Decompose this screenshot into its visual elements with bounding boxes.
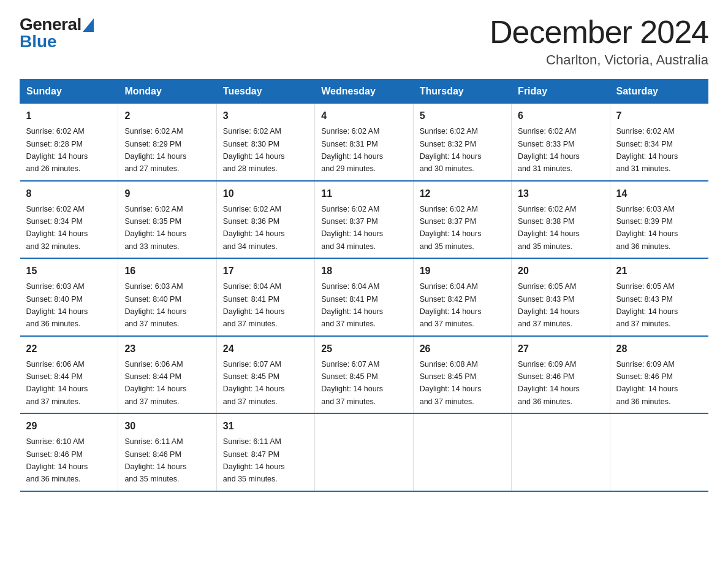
day-number: 10	[223, 186, 308, 201]
day-number: 17	[223, 264, 308, 278]
calendar-cell: 4 Sunrise: 6:02 AMSunset: 8:31 PMDayligh…	[315, 104, 413, 181]
calendar-cell: 25 Sunrise: 6:07 AMSunset: 8:45 PMDaylig…	[315, 336, 413, 414]
day-info: Sunrise: 6:02 AMSunset: 8:28 PMDaylight:…	[26, 127, 88, 173]
day-info: Sunrise: 6:05 AMSunset: 8:43 PMDaylight:…	[616, 282, 678, 328]
calendar-cell: 20 Sunrise: 6:05 AMSunset: 8:43 PMDaylig…	[512, 258, 610, 336]
day-info: Sunrise: 6:04 AMSunset: 8:41 PMDaylight:…	[223, 282, 285, 328]
day-number: 11	[321, 186, 406, 201]
day-number: 3	[223, 109, 308, 123]
week-row-2: 8 Sunrise: 6:02 AMSunset: 8:34 PMDayligh…	[20, 181, 708, 259]
day-info: Sunrise: 6:02 AMSunset: 8:29 PMDaylight:…	[124, 127, 186, 173]
day-info: Sunrise: 6:08 AMSunset: 8:45 PMDaylight:…	[420, 360, 482, 406]
calendar-cell: 7 Sunrise: 6:02 AMSunset: 8:34 PMDayligh…	[610, 104, 708, 181]
calendar-cell: 12 Sunrise: 6:02 AMSunset: 8:37 PMDaylig…	[413, 181, 511, 259]
day-info: Sunrise: 6:02 AMSunset: 8:31 PMDaylight:…	[321, 127, 383, 173]
day-number: 27	[518, 342, 603, 356]
calendar-cell: 11 Sunrise: 6:02 AMSunset: 8:37 PMDaylig…	[315, 181, 413, 259]
week-row-5: 29 Sunrise: 6:10 AMSunset: 8:46 PMDaylig…	[20, 413, 708, 491]
calendar-header-row: SundayMondayTuesdayWednesdayThursdayFrid…	[20, 80, 708, 104]
day-number: 4	[321, 109, 406, 123]
day-number: 12	[420, 186, 505, 201]
logo-blue-text: Blue	[20, 32, 57, 52]
day-number: 7	[616, 109, 702, 123]
header-thursday: Thursday	[413, 80, 511, 104]
calendar-cell	[610, 413, 708, 491]
day-number: 19	[420, 264, 505, 278]
calendar-cell: 5 Sunrise: 6:02 AMSunset: 8:32 PMDayligh…	[413, 104, 511, 181]
calendar-cell: 30 Sunrise: 6:11 AMSunset: 8:46 PMDaylig…	[118, 413, 216, 491]
calendar-cell: 13 Sunrise: 6:02 AMSunset: 8:38 PMDaylig…	[512, 181, 610, 259]
day-info: Sunrise: 6:02 AMSunset: 8:38 PMDaylight:…	[518, 205, 580, 251]
calendar-cell: 6 Sunrise: 6:02 AMSunset: 8:33 PMDayligh…	[512, 104, 610, 181]
day-number: 31	[223, 419, 308, 434]
header-sunday: Sunday	[20, 80, 118, 104]
calendar-cell: 26 Sunrise: 6:08 AMSunset: 8:45 PMDaylig…	[413, 336, 511, 414]
header-monday: Monday	[118, 80, 216, 104]
day-info: Sunrise: 6:02 AMSunset: 8:34 PMDaylight:…	[616, 127, 678, 173]
page-header: General Blue December 2024 Charlton, Vic…	[20, 15, 708, 68]
calendar-cell	[512, 413, 610, 491]
calendar-cell: 1 Sunrise: 6:02 AMSunset: 8:28 PMDayligh…	[20, 104, 118, 181]
logo-arrow-icon	[83, 18, 94, 32]
day-number: 23	[124, 342, 210, 356]
day-info: Sunrise: 6:03 AMSunset: 8:39 PMDaylight:…	[616, 205, 678, 251]
calendar-title: December 2024	[490, 15, 708, 50]
day-number: 24	[223, 342, 308, 356]
calendar-cell: 15 Sunrise: 6:03 AMSunset: 8:40 PMDaylig…	[20, 258, 118, 336]
calendar-cell: 23 Sunrise: 6:06 AMSunset: 8:44 PMDaylig…	[118, 336, 216, 414]
day-number: 22	[26, 342, 112, 356]
day-info: Sunrise: 6:10 AMSunset: 8:46 PMDaylight:…	[26, 437, 88, 483]
day-info: Sunrise: 6:02 AMSunset: 8:30 PMDaylight:…	[223, 127, 285, 173]
day-number: 5	[420, 109, 505, 123]
day-info: Sunrise: 6:06 AMSunset: 8:44 PMDaylight:…	[26, 360, 88, 406]
day-info: Sunrise: 6:05 AMSunset: 8:43 PMDaylight:…	[518, 282, 580, 328]
header-wednesday: Wednesday	[315, 80, 413, 104]
calendar-cell: 31 Sunrise: 6:11 AMSunset: 8:47 PMDaylig…	[216, 413, 314, 491]
day-info: Sunrise: 6:09 AMSunset: 8:46 PMDaylight:…	[616, 360, 678, 406]
calendar-cell: 24 Sunrise: 6:07 AMSunset: 8:45 PMDaylig…	[216, 336, 314, 414]
day-info: Sunrise: 6:02 AMSunset: 8:33 PMDaylight:…	[518, 127, 580, 173]
calendar-cell: 18 Sunrise: 6:04 AMSunset: 8:41 PMDaylig…	[315, 258, 413, 336]
day-number: 29	[26, 419, 112, 434]
calendar-cell: 16 Sunrise: 6:03 AMSunset: 8:40 PMDaylig…	[118, 258, 216, 336]
calendar-cell: 29 Sunrise: 6:10 AMSunset: 8:46 PMDaylig…	[20, 413, 118, 491]
day-info: Sunrise: 6:11 AMSunset: 8:46 PMDaylight:…	[124, 437, 186, 483]
day-number: 6	[518, 109, 603, 123]
day-number: 30	[124, 419, 210, 434]
week-row-1: 1 Sunrise: 6:02 AMSunset: 8:28 PMDayligh…	[20, 104, 708, 181]
day-info: Sunrise: 6:02 AMSunset: 8:35 PMDaylight:…	[124, 205, 186, 251]
day-number: 1	[26, 109, 112, 123]
day-info: Sunrise: 6:06 AMSunset: 8:44 PMDaylight:…	[124, 360, 186, 406]
calendar-cell: 28 Sunrise: 6:09 AMSunset: 8:46 PMDaylig…	[610, 336, 708, 414]
calendar-cell: 21 Sunrise: 6:05 AMSunset: 8:43 PMDaylig…	[610, 258, 708, 336]
logo: General Blue	[20, 15, 94, 52]
day-number: 21	[616, 264, 702, 278]
calendar-cell: 8 Sunrise: 6:02 AMSunset: 8:34 PMDayligh…	[20, 181, 118, 259]
day-info: Sunrise: 6:11 AMSunset: 8:47 PMDaylight:…	[223, 437, 285, 483]
day-info: Sunrise: 6:04 AMSunset: 8:41 PMDaylight:…	[321, 282, 383, 328]
header-tuesday: Tuesday	[216, 80, 314, 104]
calendar-cell: 2 Sunrise: 6:02 AMSunset: 8:29 PMDayligh…	[118, 104, 216, 181]
day-number: 15	[26, 264, 112, 278]
day-number: 25	[321, 342, 406, 356]
header-friday: Friday	[512, 80, 610, 104]
header-saturday: Saturday	[610, 80, 708, 104]
day-number: 26	[420, 342, 505, 356]
title-block: December 2024 Charlton, Victoria, Austra…	[490, 15, 708, 68]
calendar-location: Charlton, Victoria, Australia	[490, 52, 708, 68]
day-number: 8	[26, 186, 112, 201]
calendar-cell: 27 Sunrise: 6:09 AMSunset: 8:46 PMDaylig…	[512, 336, 610, 414]
calendar-cell: 14 Sunrise: 6:03 AMSunset: 8:39 PMDaylig…	[610, 181, 708, 259]
day-number: 28	[616, 342, 702, 356]
day-info: Sunrise: 6:02 AMSunset: 8:32 PMDaylight:…	[420, 127, 482, 173]
day-info: Sunrise: 6:04 AMSunset: 8:42 PMDaylight:…	[420, 282, 482, 328]
day-info: Sunrise: 6:02 AMSunset: 8:34 PMDaylight:…	[26, 205, 88, 251]
calendar-cell: 3 Sunrise: 6:02 AMSunset: 8:30 PMDayligh…	[216, 104, 314, 181]
week-row-4: 22 Sunrise: 6:06 AMSunset: 8:44 PMDaylig…	[20, 336, 708, 414]
day-info: Sunrise: 6:09 AMSunset: 8:46 PMDaylight:…	[518, 360, 580, 406]
day-info: Sunrise: 6:02 AMSunset: 8:37 PMDaylight:…	[420, 205, 482, 251]
calendar-cell: 10 Sunrise: 6:02 AMSunset: 8:36 PMDaylig…	[216, 181, 314, 259]
day-info: Sunrise: 6:02 AMSunset: 8:36 PMDaylight:…	[223, 205, 285, 251]
day-number: 20	[518, 264, 603, 278]
calendar-cell: 9 Sunrise: 6:02 AMSunset: 8:35 PMDayligh…	[118, 181, 216, 259]
